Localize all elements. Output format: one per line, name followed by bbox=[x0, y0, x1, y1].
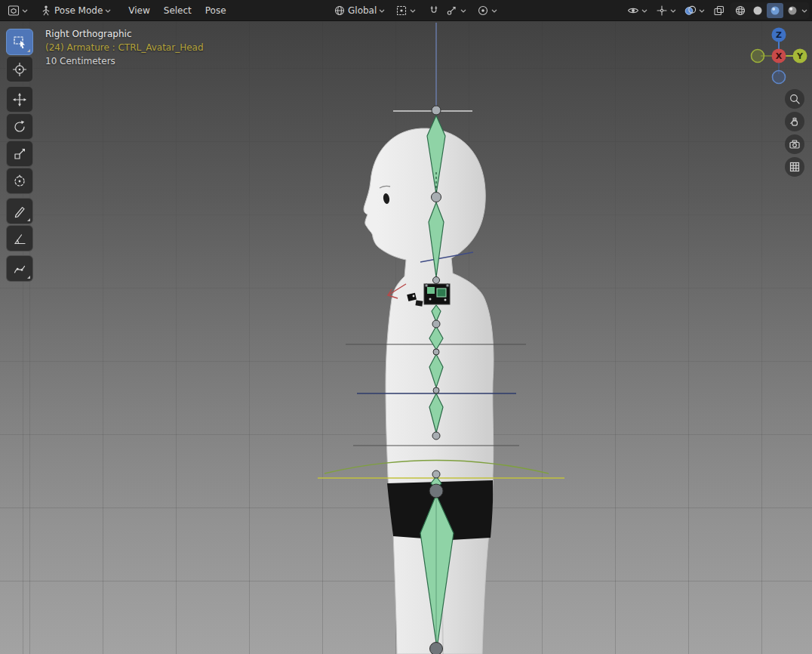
snap-magnet-icon bbox=[428, 5, 440, 17]
camera-icon bbox=[789, 138, 801, 150]
viewport-display-cluster bbox=[624, 0, 809, 21]
widget-dot bbox=[413, 295, 415, 298]
show-overlays-icon bbox=[684, 5, 697, 17]
chevron-down-icon bbox=[410, 8, 416, 14]
tool-sidebar bbox=[6, 29, 33, 285]
pivot-point-icon bbox=[395, 5, 408, 17]
camera-view-button[interactable] bbox=[785, 134, 804, 154]
shading-rendered-button[interactable] bbox=[784, 3, 801, 18]
hand-icon bbox=[789, 116, 801, 128]
tool-rotate[interactable] bbox=[6, 113, 33, 140]
show-gizmos-dropdown[interactable] bbox=[653, 3, 679, 18]
chevron-down-icon bbox=[491, 8, 497, 14]
pivot-point-dropdown[interactable] bbox=[392, 3, 419, 18]
editor-type-dropdown[interactable] bbox=[5, 3, 31, 18]
orientation-dropdown[interactable]: Global bbox=[331, 3, 388, 18]
tool-cursor[interactable] bbox=[6, 56, 33, 82]
viewport-header: Pose Mode View Select Pose Global bbox=[0, 0, 812, 21]
viewport-nav-column bbox=[785, 89, 804, 177]
grid-scale-label: 10 Centimeters bbox=[45, 54, 204, 68]
proportional-editing-icon bbox=[477, 5, 489, 17]
axis-neg-z-ball[interactable] bbox=[773, 71, 786, 84]
tool-scale[interactable] bbox=[6, 140, 33, 167]
snap-toggle[interactable] bbox=[425, 3, 443, 18]
menu-select[interactable]: Select bbox=[157, 3, 198, 18]
active-object-label: (24) Armature : CTRL_Avatar_Head bbox=[45, 41, 204, 54]
orientation-global-icon bbox=[334, 5, 346, 17]
axis-z-label: Z bbox=[776, 30, 782, 40]
tool-move[interactable] bbox=[6, 86, 33, 113]
menu-pose[interactable]: Pose bbox=[198, 3, 233, 18]
toggle-orthographic-button[interactable] bbox=[785, 157, 804, 177]
gadget-cell-1 bbox=[427, 287, 435, 294]
menu-bar: View Select Pose bbox=[121, 3, 232, 18]
orientation-label: Global bbox=[348, 5, 377, 16]
chevron-down-icon bbox=[641, 8, 647, 14]
gadget-joint-r bbox=[446, 284, 449, 287]
snap-target-dropdown[interactable] bbox=[443, 3, 469, 18]
magnifier-icon bbox=[789, 93, 801, 105]
snap-with-icon bbox=[446, 5, 458, 17]
chevron-down-icon bbox=[699, 8, 705, 14]
shading-wireframe-button[interactable] bbox=[732, 3, 749, 18]
chevron-down-icon bbox=[22, 8, 28, 14]
tool-annotate[interactable] bbox=[6, 198, 33, 224]
chevron-down-icon bbox=[460, 8, 466, 14]
axis-y-label: Y bbox=[796, 51, 804, 61]
grid-icon bbox=[789, 161, 801, 173]
show-overlays-dropdown[interactable] bbox=[681, 3, 708, 18]
shading-material-preview-button[interactable] bbox=[767, 3, 783, 18]
gadget-dot-1 bbox=[429, 298, 432, 301]
editor-type-3d-viewport-icon bbox=[8, 5, 20, 17]
axis-neg-y-ball[interactable] bbox=[752, 50, 764, 63]
tool-transform[interactable] bbox=[6, 168, 33, 194]
proportional-editing-dropdown[interactable] bbox=[474, 3, 500, 18]
shading-solid-button[interactable] bbox=[749, 3, 766, 18]
shading-mode-group bbox=[730, 2, 809, 19]
chevron-down-icon bbox=[670, 8, 676, 14]
gadget-dot-2 bbox=[444, 299, 447, 301]
axis-navigation-gizmo[interactable]: Z Y X bbox=[750, 27, 807, 85]
shading-options-chevron-icon[interactable] bbox=[801, 8, 807, 14]
gadget-cell-2 bbox=[437, 288, 446, 297]
pose-mode-icon bbox=[40, 5, 52, 17]
chevron-down-icon bbox=[105, 8, 111, 14]
show-gizmos-icon bbox=[656, 5, 668, 17]
object-visibility-dropdown[interactable] bbox=[624, 3, 651, 18]
black-widget-2[interactable] bbox=[415, 300, 423, 306]
mode-dropdown[interactable]: Pose Mode bbox=[37, 3, 114, 18]
axis-x-label: X bbox=[776, 51, 783, 61]
mode-label: Pose Mode bbox=[54, 5, 103, 16]
chevron-down-icon bbox=[379, 8, 385, 14]
object-visibility-icon bbox=[627, 5, 639, 17]
toggle-xray-button[interactable] bbox=[710, 3, 728, 18]
pan-button[interactable] bbox=[785, 112, 804, 131]
tool-measure[interactable] bbox=[6, 225, 33, 251]
viewport-text-overlay: Right Orthographic (24) Armature : CTRL_… bbox=[45, 27, 204, 68]
menu-view[interactable]: View bbox=[121, 3, 156, 18]
scene-canvas[interactable] bbox=[0, 0, 812, 654]
tool-pose-breakdowner[interactable] bbox=[6, 255, 33, 282]
gadget-joint-l bbox=[425, 284, 428, 287]
toggle-xray-icon bbox=[713, 5, 725, 17]
zoom-button[interactable] bbox=[785, 89, 804, 109]
tool-select-box[interactable] bbox=[6, 29, 33, 55]
transform-settings-cluster: Global bbox=[331, 0, 500, 21]
view-label: Right Orthographic bbox=[45, 27, 204, 41]
